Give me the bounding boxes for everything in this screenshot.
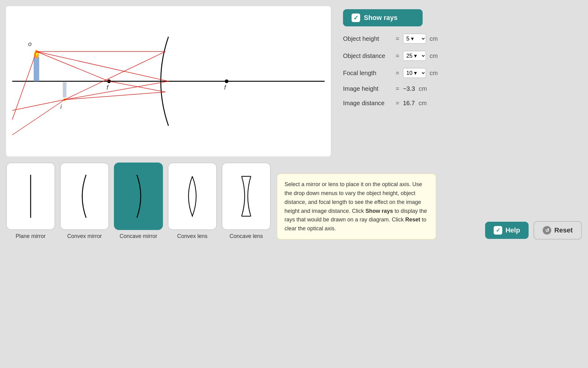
focal-length-label: Focal length — [343, 70, 392, 77]
image-distance-unit: cm — [419, 100, 427, 107]
plane-mirror-label: Plane mirror — [16, 233, 46, 240]
image-height-value: −3.3 — [403, 85, 415, 92]
concave-mirror-item: Concave mirror — [114, 163, 163, 240]
svg-text:f: f — [224, 84, 227, 91]
help-label: Help — [505, 226, 520, 234]
reset-button[interactable]: ↺ Reset — [533, 221, 582, 240]
show-rays-button[interactable]: ✓ Show rays — [343, 9, 423, 26]
convex-lens-label: Convex lens — [177, 233, 207, 240]
optics-choices: Plane mirror Convex mirror Concave mirro… — [6, 163, 271, 240]
convex-mirror-card[interactable] — [60, 163, 109, 230]
svg-line-13 — [65, 92, 165, 100]
focal-length-select[interactable]: 10 ▾ 5 15 20 25 30 — [403, 68, 426, 78]
controls-panel: ✓ Show rays Object height = 5 ▾ 1 2 3 4 … — [337, 6, 582, 110]
image-height-row: Image height = −3.3 cm — [343, 85, 576, 92]
object-distance-unit: cm — [430, 52, 438, 59]
focal-length-unit: cm — [430, 70, 438, 77]
svg-line-11 — [36, 52, 109, 81]
object-distance-label: Object distance — [343, 52, 392, 59]
image-height-equals: = — [396, 85, 399, 92]
svg-line-15 — [65, 81, 168, 100]
help-button[interactable]: ✓ Help — [485, 222, 529, 239]
svg-rect-1 — [34, 57, 39, 81]
image-height-label: Image height — [343, 85, 392, 92]
object-height-select[interactable]: 5 ▾ 1 2 3 4 6 7 8 9 10 — [403, 34, 426, 44]
image-distance-label: Image distance — [343, 100, 392, 107]
show-rays-checkmark: ✓ — [352, 13, 360, 22]
concave-lens-card[interactable] — [222, 163, 271, 230]
convex-mirror-label: Convex mirror — [67, 233, 102, 240]
svg-text:i: i — [60, 103, 62, 110]
optics-canvas: o f f i — [6, 6, 331, 156]
object-height-equals: = — [396, 35, 399, 42]
concave-mirror-card[interactable] — [114, 163, 163, 230]
focal-length-row: Focal length = 10 ▾ 5 15 20 25 30 cm — [343, 68, 576, 78]
concave-lens-label: Concave lens — [229, 233, 263, 240]
image-distance-row: Image distance = 16.7 cm — [343, 100, 576, 107]
svg-line-14 — [36, 52, 168, 81]
object-distance-equals: = — [396, 52, 399, 59]
object-height-label: Object height — [343, 35, 392, 42]
svg-text:o: o — [28, 40, 32, 47]
reset-arrow-icon: ↺ — [543, 226, 551, 235]
reset-label: Reset — [554, 226, 573, 234]
image-height-unit: cm — [419, 85, 427, 92]
plane-mirror-item: Plane mirror — [6, 163, 55, 240]
info-box: Select a mirror or lens to place it on t… — [277, 174, 436, 240]
svg-rect-5 — [63, 82, 66, 98]
show-rays-label: Show rays — [364, 14, 398, 22]
svg-line-16 — [12, 52, 36, 120]
svg-line-10 — [65, 52, 165, 100]
bottom-buttons: ✓ Help ↺ Reset — [485, 221, 582, 240]
concave-mirror-label: Concave mirror — [119, 233, 157, 240]
image-distance-value: 16.7 — [403, 100, 415, 107]
svg-point-8 — [225, 79, 228, 83]
focal-length-equals: = — [396, 70, 399, 77]
convex-lens-item: Convex lens — [168, 163, 217, 240]
object-distance-row: Object distance = 25 ▾ 5 10 15 20 30 35 … — [343, 51, 576, 61]
object-distance-select[interactable]: 25 ▾ 5 10 15 20 30 35 40 50 — [403, 51, 426, 61]
help-checkmark: ✓ — [494, 226, 502, 235]
object-height-row: Object height = 5 ▾ 1 2 3 4 6 7 8 9 10 c… — [343, 34, 576, 44]
convex-lens-card[interactable] — [168, 163, 217, 230]
bottom-section: Plane mirror Convex mirror Concave mirro… — [6, 163, 582, 240]
image-distance-equals: = — [396, 100, 399, 107]
object-height-unit: cm — [430, 35, 438, 42]
plane-mirror-card[interactable] — [6, 163, 55, 230]
info-text: Select a mirror or lens to place it on t… — [285, 181, 427, 232]
convex-mirror-item: Convex mirror — [60, 163, 109, 240]
svg-text:f: f — [107, 84, 109, 91]
concave-lens-item: Concave lens — [222, 163, 271, 240]
